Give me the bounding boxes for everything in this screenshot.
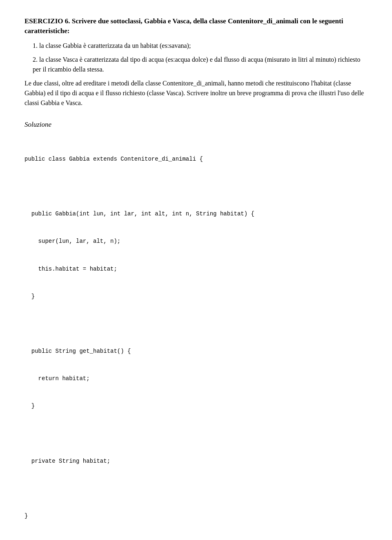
code-line-5: }	[24, 292, 368, 301]
exercise-title-bold: ESERCIZIO 6.	[24, 17, 70, 25]
item-1: 1. la classe Gabbia è caratterizzata da …	[33, 41, 368, 51]
solution-label: Soluzione	[24, 119, 368, 130]
exercise-container: ESERCIZIO 6. Scrivere due sottoclassi, G…	[24, 16, 368, 540]
code-line-4: this.habitat = habitat;	[24, 264, 368, 273]
code-line-7: return habitat;	[24, 374, 368, 383]
code-line-blank-2	[24, 319, 368, 328]
description-paragraph: Le due classi, oltre ad ereditare i meto…	[24, 78, 368, 108]
code-line-blank-3	[24, 429, 368, 438]
code-line-blank-1	[24, 182, 368, 191]
item-2: 2. la classe Vasca è caratterizzata dal …	[33, 55, 368, 74]
code-line-blank-4	[24, 484, 368, 493]
code-line-9: private String habitat;	[24, 457, 368, 466]
code-line-2: public Gabbia(int lun, int lar, int alt,…	[24, 209, 368, 218]
code-line-3: super(lun, lar, alt, n);	[24, 237, 368, 246]
code-line-6: public String get_habitat() {	[24, 347, 368, 356]
code-block: public class Gabbia extends Contenitore_…	[24, 136, 368, 540]
code-line-10: }	[24, 511, 368, 520]
exercise-title: ESERCIZIO 6. Scrivere due sottoclassi, G…	[24, 16, 368, 36]
exercise-title-rest: Scrivere due sottoclassi, Gabbia e Vasca…	[24, 17, 343, 35]
code-line-8: }	[24, 401, 368, 410]
code-line-1: public class Gabbia extends Contenitore_…	[24, 155, 368, 164]
